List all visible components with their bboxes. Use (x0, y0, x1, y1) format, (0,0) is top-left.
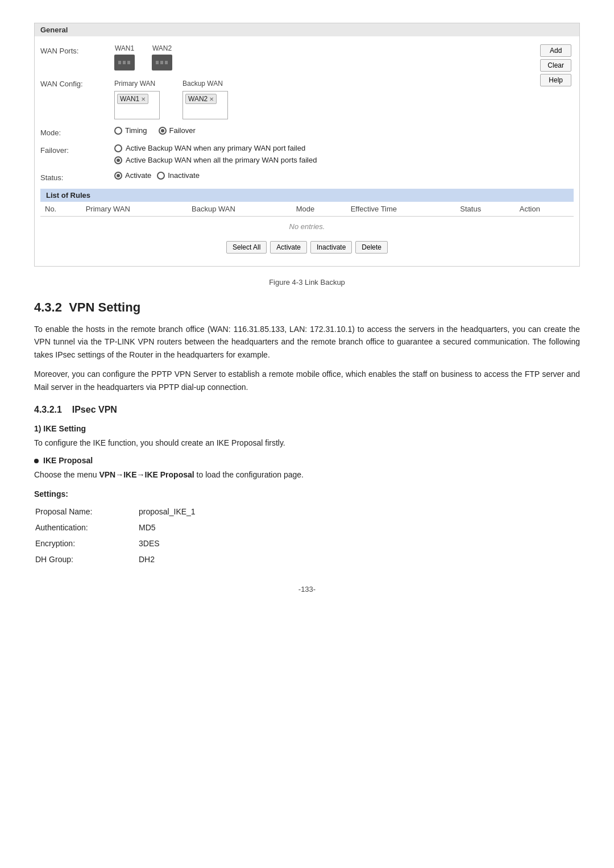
bullet-dot (34, 459, 39, 463)
mode-content: Timing Failover (114, 126, 574, 135)
settings-row: Proposal Name:proposal_IKE_1 (35, 504, 579, 519)
settings-row: Encryption:3DES (35, 536, 579, 551)
no-entries-row: No entries. (40, 217, 574, 237)
failover-content: Active Backup WAN when any primary WAN p… (114, 144, 574, 164)
no-entries-text: No entries. (40, 217, 574, 237)
wan1-label: WAN1 (115, 44, 134, 52)
activate-dot (114, 172, 122, 180)
menu-text: Choose the menu VPN→IKE→IKE Proposal to … (34, 468, 580, 481)
settings-label: Settings: (34, 489, 580, 499)
ike-body: To configure the IKE function, you shoul… (34, 437, 580, 449)
rules-table-header-row: No. Primary WAN Backup WAN Mode Effectiv… (40, 202, 574, 217)
add-button[interactable]: Add (540, 44, 571, 57)
panel-buttons: Add Clear Help (540, 44, 571, 86)
mode-row: Mode: Timing Failover (40, 126, 574, 137)
select-all-button[interactable]: Select All (226, 241, 267, 254)
svg-rect-2 (123, 61, 126, 64)
clear-button[interactable]: Clear (540, 59, 571, 72)
section-title: 4.3.2 VPN Setting (34, 300, 580, 315)
col-backup-wan: Backup WAN (187, 202, 292, 217)
svg-rect-7 (165, 61, 168, 64)
col-effective-time: Effective Time (346, 202, 456, 217)
wan-ports-label: WAN Ports: (40, 44, 114, 55)
inactivate-dot (157, 172, 165, 180)
wan1-icon (114, 55, 135, 70)
rules-activate-button[interactable]: Activate (270, 241, 307, 254)
panel-body: Add Clear Help WAN Ports: WAN1 WAN2 (35, 36, 579, 266)
setting-value: 3DES (139, 536, 579, 551)
wan1-tag: WAN1 ✕ (117, 94, 148, 104)
general-panel: General Add Clear Help WAN Ports: WAN1 (34, 23, 580, 267)
svg-rect-5 (156, 61, 159, 64)
figure-caption: Figure 4-3 Link Backup (34, 278, 580, 286)
page-number: -133- (34, 585, 580, 593)
wan2-icon (152, 55, 172, 70)
wan-config-section: Primary WAN WAN1 ✕ Backup WAN WAN2 (114, 80, 574, 119)
backup-wan-col: Backup WAN WAN2 ✕ (182, 80, 228, 119)
rules-section: List of Rules No. Primary WAN Backup WAN… (40, 189, 574, 258)
wan1-port-block: WAN1 (114, 44, 135, 70)
wan2-tag: WAN2 ✕ (185, 94, 217, 104)
mode-label: Mode: (40, 126, 114, 137)
status-content: Activate Inactivate (114, 171, 574, 180)
ike-proposal-bullet: IKE Proposal (34, 456, 580, 465)
wan-config-row: WAN Config: Primary WAN WAN1 ✕ Backup W (40, 77, 574, 119)
setting-label: DH Group: (35, 552, 138, 567)
failover-label: Failover: (40, 144, 114, 155)
status-row: Status: Activate Inactivate (40, 171, 574, 182)
mode-radio-group: Timing Failover (114, 126, 574, 135)
failover-option1[interactable]: Active Backup WAN when any primary WAN p… (114, 144, 574, 152)
wan2-tag-close[interactable]: ✕ (209, 96, 214, 102)
wan-ports-content: WAN1 WAN2 (114, 44, 574, 70)
col-primary-wan: Primary WAN (81, 202, 187, 217)
primary-wan-tag-area[interactable]: WAN1 ✕ (114, 91, 160, 119)
wan2-label: WAN2 (152, 44, 172, 52)
svg-rect-1 (118, 61, 121, 64)
svg-rect-6 (160, 61, 163, 64)
failover-option2[interactable]: Active Backup WAN when all the primary W… (114, 156, 574, 164)
settings-row: Authentication:MD5 (35, 520, 579, 535)
inactivate-radio[interactable]: Inactivate (157, 171, 200, 180)
rules-table: No. Primary WAN Backup WAN Mode Effectiv… (40, 202, 574, 236)
rules-inactivate-button[interactable]: Inactivate (310, 241, 352, 254)
section-body2: Moreover, you can configure the PPTP VPN… (34, 368, 580, 393)
settings-table: Proposal Name:proposal_IKE_1Authenticati… (34, 503, 580, 568)
primary-wan-title: Primary WAN (114, 80, 160, 88)
setting-value: proposal_IKE_1 (139, 504, 579, 519)
ike-setting-title: 1) IKE Setting (34, 424, 580, 433)
backup-wan-tag-area[interactable]: WAN2 ✕ (182, 91, 228, 119)
status-label: Status: (40, 171, 114, 182)
svg-rect-3 (127, 61, 130, 64)
col-status: Status (455, 202, 515, 217)
rules-actions: Select All Activate Inactivate Delete (40, 236, 574, 258)
panel-header: General (35, 23, 579, 36)
col-mode: Mode (292, 202, 346, 217)
failover-options: Active Backup WAN when any primary WAN p… (114, 144, 574, 164)
setting-value: MD5 (139, 520, 579, 535)
col-action: Action (515, 202, 574, 217)
rules-delete-button[interactable]: Delete (355, 241, 388, 254)
setting-label: Encryption: (35, 536, 138, 551)
wan1-tag-close[interactable]: ✕ (141, 96, 146, 102)
failover-radio-dot (159, 127, 167, 135)
menu-path: VPN→IKE→IKE Proposal (99, 470, 194, 479)
activate-radio[interactable]: Activate (114, 171, 151, 180)
failover-opt1-dot (114, 144, 122, 152)
setting-label: Authentication: (35, 520, 138, 535)
help-button[interactable]: Help (540, 74, 571, 86)
section-body1: To enable the hosts in the remote branch… (34, 323, 580, 361)
timing-radio[interactable]: Timing (114, 126, 147, 135)
setting-value: DH2 (139, 552, 579, 567)
settings-row: DH Group:DH2 (35, 552, 579, 567)
failover-opt2-dot (114, 156, 122, 164)
wan-ports-row: WAN Ports: WAN1 WAN2 (40, 44, 574, 70)
status-options: Activate Inactivate (114, 171, 574, 180)
failover-radio[interactable]: Failover (159, 126, 196, 135)
subsection-title: 4.3.2.1 IPsec VPN (34, 405, 580, 415)
rules-header: List of Rules (40, 189, 574, 202)
timing-radio-dot (114, 127, 122, 135)
wan-config-label: WAN Config: (40, 77, 114, 88)
wan-ports-icons: WAN1 WAN2 (114, 44, 574, 70)
setting-label: Proposal Name: (35, 504, 138, 519)
wan2-port-block: WAN2 (152, 44, 172, 70)
